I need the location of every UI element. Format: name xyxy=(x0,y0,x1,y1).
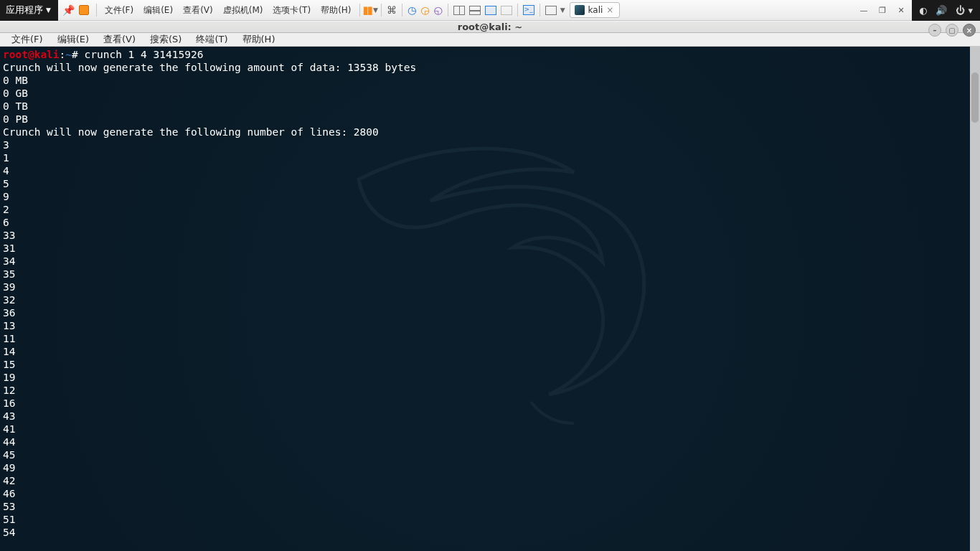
view-split-icon[interactable] xyxy=(453,6,465,15)
snapshot-take-icon[interactable]: ◷ xyxy=(405,4,418,16)
vm-home-icon[interactable] xyxy=(79,5,89,15)
window-minimize-button[interactable]: – xyxy=(928,24,941,37)
host-menu-help[interactable]: 帮助(H) xyxy=(316,4,356,17)
separator xyxy=(448,4,448,17)
menu-help[interactable]: 帮助(H) xyxy=(235,33,283,46)
menu-edit[interactable]: 编辑(E) xyxy=(50,33,96,46)
terminal-body[interactable]: root@kali:~# crunch 1 4 31415926 Crunch … xyxy=(0,47,980,551)
power-icon[interactable]: ⏻ ▾ xyxy=(956,5,973,16)
close-icon[interactable]: × xyxy=(606,5,613,15)
prompt-at: @ xyxy=(28,49,34,60)
terminal-output: Crunch will now generate the following a… xyxy=(3,62,416,538)
menu-terminal[interactable]: 终端(T) xyxy=(189,33,235,46)
separator xyxy=(359,4,360,17)
pin-icon[interactable]: 📌 xyxy=(62,4,75,16)
host-menu-view[interactable]: 查看(V) xyxy=(178,4,218,17)
terminal-window: root@kali: ~ – ▢ × 文件(F) 编辑(E) 查看(V) 搜索(… xyxy=(0,21,980,551)
guest-system-tray: ◐ 🔊 ⏻ ▾ xyxy=(912,0,980,21)
terminal-menubar: 文件(F) 编辑(E) 查看(V) 搜索(S) 终端(T) 帮助(H) xyxy=(0,33,980,47)
separator xyxy=(517,4,518,17)
prompt-host: kali xyxy=(34,49,60,60)
pause-icon[interactable]: ▮▮ xyxy=(363,4,372,17)
window-title: root@kali: ~ xyxy=(458,22,522,32)
separator xyxy=(96,4,97,17)
view-unity-icon[interactable] xyxy=(485,6,496,15)
host-menu-edit[interactable]: 编辑(E) xyxy=(138,4,178,17)
menu-file[interactable]: 文件(F) xyxy=(4,33,50,46)
separator xyxy=(540,4,540,17)
vm-tab-kali[interactable]: kali × xyxy=(570,2,621,18)
menu-search[interactable]: 搜索(S) xyxy=(143,33,189,46)
host-menu-file[interactable]: 文件(F) xyxy=(100,4,138,17)
kali-icon xyxy=(575,5,585,15)
separator xyxy=(381,4,382,17)
volume-icon[interactable]: 🔊 xyxy=(936,5,947,16)
app-launcher[interactable]: 应用程序 ▼ xyxy=(0,0,58,21)
titlebar[interactable]: root@kali: ~ – ▢ × xyxy=(0,21,980,33)
host-frame-bar: 应用程序 ▼ 📌 文件(F) 编辑(E) 查看(V) 虚拟机(M) 选项卡(T)… xyxy=(0,0,980,21)
close-button[interactable]: ✕ xyxy=(895,5,908,15)
send-keys-icon[interactable]: ⌘ xyxy=(385,4,399,16)
scrollbar-thumb[interactable] xyxy=(971,72,979,123)
prompt-colon: : xyxy=(60,49,66,60)
menu-view[interactable]: 查看(V) xyxy=(96,33,143,46)
command-text: crunch 1 4 31415926 xyxy=(85,49,204,60)
window-maximize-button[interactable]: ▢ xyxy=(946,24,958,37)
separator xyxy=(402,4,402,17)
window-close-button[interactable]: × xyxy=(963,24,976,37)
app-launcher-label: 应用程序 xyxy=(6,4,43,17)
scrollbar[interactable] xyxy=(970,47,980,551)
prompt-command xyxy=(78,49,85,60)
host-menu-tabs[interactable]: 选项卡(T) xyxy=(268,4,316,17)
view-stack-icon[interactable] xyxy=(469,6,481,15)
fullscreen-icon[interactable] xyxy=(545,6,557,15)
snapshot-revert-icon[interactable]: ◶ xyxy=(418,4,431,16)
console-icon[interactable]: >_ xyxy=(523,5,534,15)
minimize-button[interactable]: — xyxy=(857,5,870,15)
chevron-down-icon[interactable]: ▼ xyxy=(560,6,565,14)
host-menu-vm[interactable]: 虚拟机(M) xyxy=(218,4,268,17)
prompt-user: root xyxy=(3,49,28,60)
maximize-button[interactable]: ❐ xyxy=(876,5,889,15)
view-disabled-icon xyxy=(501,6,512,15)
prompt-path: ~ xyxy=(65,49,72,60)
vm-tab-label: kali xyxy=(588,5,603,15)
adjust-icon[interactable]: ◐ xyxy=(919,5,927,16)
chevron-down-icon[interactable]: ▼ xyxy=(373,6,378,14)
snapshot-manage-icon[interactable]: ◵ xyxy=(431,4,444,16)
chevron-down-icon: ▼ xyxy=(46,6,51,14)
prompt-symbol: # xyxy=(72,49,78,60)
